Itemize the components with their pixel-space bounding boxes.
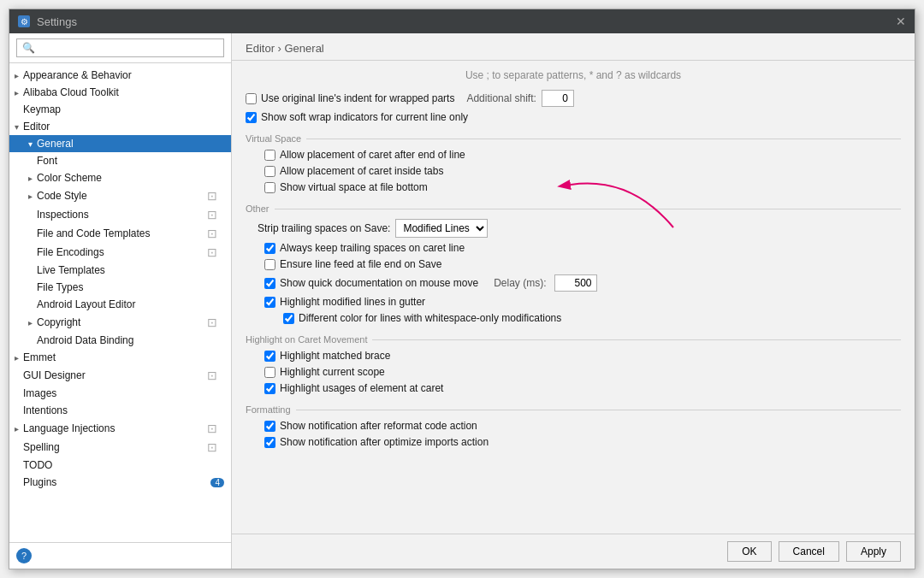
sidebar-label-android-data: Android Data Binding bbox=[37, 334, 133, 346]
delay-input[interactable]: 500 bbox=[554, 274, 597, 292]
sidebar-label-color-scheme: Color Scheme bbox=[37, 172, 102, 184]
sidebar-item-plugins[interactable]: Plugins 4 bbox=[9, 474, 231, 491]
option-matched-brace: Highlight matched brace bbox=[246, 350, 901, 362]
app-icon: ⚙ bbox=[18, 15, 30, 27]
title-bar: ⚙ Settings ✕ bbox=[9, 9, 915, 33]
content-header: Editor › General bbox=[232, 33, 915, 61]
matched-brace-label[interactable]: Highlight matched brace bbox=[264, 350, 390, 362]
cancel-button[interactable]: Cancel bbox=[779, 541, 839, 562]
sidebar-item-copyright[interactable]: Copyright ⊡ bbox=[9, 313, 231, 332]
sidebar-item-gui-designer[interactable]: GUI Designer ⊡ bbox=[9, 366, 231, 385]
sidebar-item-live-templates[interactable]: Live Templates bbox=[9, 262, 231, 279]
caret-end-label[interactable]: Allow placement of caret after end of li… bbox=[264, 149, 465, 161]
help-icon[interactable]: ? bbox=[16, 548, 32, 563]
lang-icon: ⊡ bbox=[207, 422, 217, 435]
option-always-keep: Always keep trailing spaces on caret lin… bbox=[246, 242, 901, 254]
sidebar-item-lang-injections[interactable]: Language Injections ⊡ bbox=[9, 419, 231, 438]
caret-tabs-text: Allow placement of caret inside tabs bbox=[280, 165, 443, 177]
other-title: Other bbox=[246, 203, 901, 214]
sidebar-item-code-style[interactable]: Code Style ⊡ bbox=[9, 186, 231, 205]
sidebar-item-inspections[interactable]: Inspections ⊡ bbox=[9, 205, 231, 224]
soft-wrap-checkbox[interactable] bbox=[246, 112, 257, 123]
dialog-body: Appearance & Behavior Alibaba Cloud Tool… bbox=[9, 33, 915, 569]
ok-button[interactable]: OK bbox=[727, 541, 771, 562]
always-keep-label[interactable]: Always keep trailing spaces on caret lin… bbox=[264, 242, 465, 254]
virtual-bottom-checkbox[interactable] bbox=[264, 182, 275, 193]
quick-doc-label[interactable]: Show quick documentation on mouse move bbox=[264, 277, 478, 289]
diff-color-checkbox[interactable] bbox=[283, 313, 294, 324]
caret-tabs-label[interactable]: Allow placement of caret inside tabs bbox=[264, 165, 443, 177]
sidebar-item-font[interactable]: Font bbox=[9, 152, 231, 169]
option-notify-reformat: Show notification after reformat code ac… bbox=[246, 420, 901, 432]
sidebar-tree: Appearance & Behavior Alibaba Cloud Tool… bbox=[9, 63, 231, 542]
strip-dropdown[interactable]: Modified Lines None All bbox=[395, 219, 488, 238]
caret-tabs-checkbox[interactable] bbox=[264, 166, 275, 177]
notify-reformat-text: Show notification after reformat code ac… bbox=[280, 420, 477, 432]
sidebar-item-general[interactable]: General bbox=[9, 135, 231, 152]
sidebar-item-alibaba[interactable]: Alibaba Cloud Toolkit bbox=[9, 84, 231, 101]
virtual-bottom-label[interactable]: Show virtual space at file bottom bbox=[264, 181, 428, 193]
apply-button[interactable]: Apply bbox=[846, 541, 901, 562]
sidebar: Appearance & Behavior Alibaba Cloud Tool… bbox=[9, 33, 232, 569]
sidebar-item-editor[interactable]: Editor bbox=[9, 118, 231, 135]
highlight-modified-checkbox[interactable] bbox=[264, 297, 275, 308]
other-section: Other bbox=[246, 203, 901, 324]
original-indent-label[interactable]: Use original line's indent for wrapped p… bbox=[246, 92, 454, 104]
notify-reformat-label[interactable]: Show notification after reformat code ac… bbox=[264, 420, 477, 432]
option-ensure-line-feed: Ensure line feed at file end on Save bbox=[246, 258, 901, 270]
sidebar-item-android-data[interactable]: Android Data Binding bbox=[9, 332, 231, 349]
usages-element-label[interactable]: Highlight usages of element at caret bbox=[264, 382, 443, 394]
matched-brace-text: Highlight matched brace bbox=[280, 350, 390, 362]
sidebar-item-color-scheme[interactable]: Color Scheme bbox=[9, 169, 231, 186]
tree-arrow bbox=[23, 174, 37, 183]
diff-color-label[interactable]: Different color for lines with whitespac… bbox=[283, 312, 561, 324]
sidebar-item-keymap[interactable]: Keymap bbox=[9, 101, 231, 118]
sidebar-item-emmet[interactable]: Emmet bbox=[9, 349, 231, 366]
sidebar-label-intentions: Intentions bbox=[23, 404, 68, 416]
usages-element-checkbox[interactable] bbox=[264, 383, 275, 394]
sidebar-item-spelling[interactable]: Spelling ⊡ bbox=[9, 438, 231, 457]
sidebar-item-images[interactable]: Images bbox=[9, 385, 231, 402]
search-input[interactable] bbox=[16, 38, 224, 57]
sidebar-item-appearance[interactable]: Appearance & Behavior bbox=[9, 67, 231, 84]
quick-doc-checkbox[interactable] bbox=[264, 278, 275, 289]
strip-row: Strip trailing spaces on Save: Modified … bbox=[258, 219, 901, 238]
original-indent-checkbox[interactable] bbox=[246, 93, 257, 104]
original-indent-text: Use original line's indent for wrapped p… bbox=[261, 92, 454, 104]
virtual-bottom-text: Show virtual space at file bottom bbox=[280, 181, 428, 193]
tree-arrow bbox=[9, 88, 23, 97]
current-scope-label[interactable]: Highlight current scope bbox=[264, 366, 385, 378]
always-keep-checkbox[interactable] bbox=[264, 243, 275, 254]
notify-reformat-checkbox[interactable] bbox=[264, 421, 275, 432]
notify-imports-checkbox[interactable] bbox=[264, 437, 275, 448]
option-diff-color: Different color for lines with whitespac… bbox=[246, 312, 901, 324]
soft-wrap-label[interactable]: Show soft wrap indicators for current li… bbox=[246, 111, 468, 123]
sidebar-item-android-layout[interactable]: Android Layout Editor bbox=[9, 296, 231, 313]
current-scope-checkbox[interactable] bbox=[264, 367, 275, 378]
settings-dialog: ⚙ Settings ✕ Appearance & Behavior Aliba… bbox=[9, 9, 915, 569]
sidebar-label-general: General bbox=[37, 138, 74, 150]
close-button[interactable]: ✕ bbox=[896, 15, 906, 28]
sidebar-item-intentions[interactable]: Intentions bbox=[9, 402, 231, 419]
ensure-line-feed-label[interactable]: Ensure line feed at file end on Save bbox=[264, 258, 441, 270]
matched-brace-checkbox[interactable] bbox=[264, 351, 275, 362]
caret-end-checkbox[interactable] bbox=[264, 150, 275, 161]
option-usages-element: Highlight usages of element at caret bbox=[246, 382, 901, 394]
sidebar-item-todo[interactable]: TODO bbox=[9, 457, 231, 474]
sidebar-item-file-encodings[interactable]: File Encodings ⊡ bbox=[9, 243, 231, 262]
strip-label: Strip trailing spaces on Save: bbox=[258, 222, 390, 234]
sidebar-item-file-code-templates[interactable]: File and Code Templates ⊡ bbox=[9, 224, 231, 243]
tree-arrow bbox=[9, 71, 23, 80]
plugins-badge: 4 bbox=[210, 478, 224, 487]
ensure-line-feed-checkbox[interactable] bbox=[264, 259, 275, 270]
sidebar-item-file-types[interactable]: File Types bbox=[9, 279, 231, 296]
hint-text: Use ; to separate patterns, * and ? as w… bbox=[246, 69, 901, 81]
tree-arrow bbox=[9, 424, 23, 434]
notify-imports-label[interactable]: Show notification after optimize imports… bbox=[264, 436, 489, 448]
additional-shift-input[interactable]: 0 bbox=[542, 90, 574, 107]
ensure-line-feed-text: Ensure line feed at file end on Save bbox=[280, 258, 441, 270]
option-current-scope: Highlight current scope bbox=[246, 366, 901, 378]
highlight-modified-label[interactable]: Highlight modified lines in gutter bbox=[264, 296, 425, 308]
sidebar-label-android-layout: Android Layout Editor bbox=[37, 298, 135, 310]
tree-arrow bbox=[9, 353, 23, 363]
